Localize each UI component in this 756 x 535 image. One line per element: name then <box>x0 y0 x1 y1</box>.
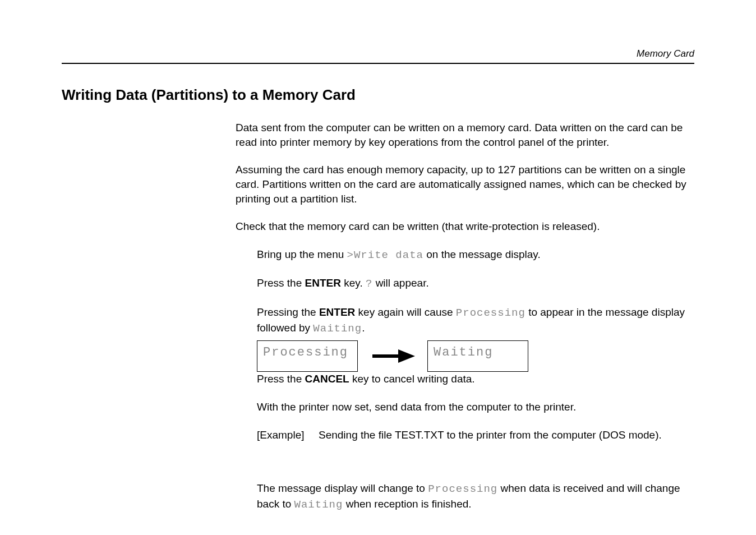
lcd-question: ? <box>366 278 372 290</box>
section-title: Writing Data (Partitions) to a Memory Ca… <box>62 86 694 104</box>
header-rule <box>62 63 694 64</box>
step-4-pre: Press the <box>257 373 305 385</box>
cancel-key-label: CANCEL <box>305 373 349 385</box>
step-6-post: when reception is finished. <box>343 498 471 510</box>
paragraph-3: Check that the memory card can be writte… <box>236 219 694 234</box>
example-label: [Example] <box>257 428 319 442</box>
lcd-waiting-inline-2: Waiting <box>294 499 343 511</box>
example-text: Sending the file TEST.TXT to the printer… <box>319 428 662 442</box>
step-3: Pressing the ENTER key again will cause … <box>257 305 694 336</box>
enter-key-label-2: ENTER <box>319 306 355 318</box>
step-6-pre: The message display will change to <box>257 482 428 494</box>
lcd-processing-inline-2: Processing <box>428 483 497 495</box>
step-5: With the printer now set, send data from… <box>257 400 694 414</box>
lcd-processing-inline: Processing <box>456 307 525 319</box>
step-2-mid: key. <box>341 277 366 289</box>
enter-key-label-1: ENTER <box>305 277 341 289</box>
lcd-diagram: Processing Waiting <box>257 340 694 372</box>
svg-marker-1 <box>398 349 415 363</box>
lcd-box-processing: Processing <box>257 340 358 372</box>
step-2-pre: Press the <box>257 277 305 289</box>
step-1-post: on the message display. <box>423 248 541 260</box>
lcd-processing-text: Processing <box>263 345 348 359</box>
step-1: Bring up the menu >Write data on the mes… <box>257 247 694 263</box>
step-1-pre: Bring up the menu <box>257 248 347 260</box>
lcd-write-data: >Write data <box>347 249 423 261</box>
step-4-post: key to cancel writing data. <box>349 373 475 385</box>
step-3-period: . <box>362 322 365 334</box>
step-3-mid: key again will cause <box>355 306 456 318</box>
paragraph-1: Data sent from the computer can be writt… <box>236 121 694 149</box>
step-4: Press the CANCEL key to cancel writing d… <box>257 372 694 386</box>
step-2: Press the ENTER key. ? will appear. <box>257 276 694 292</box>
lcd-waiting-text: Waiting <box>434 345 493 359</box>
paragraph-2: Assuming the card has enough memory capa… <box>236 163 694 206</box>
header-right: Memory Card <box>62 48 694 59</box>
step-6: The message display will change to Proce… <box>257 481 694 512</box>
lcd-waiting-inline: Waiting <box>313 322 362 335</box>
step-2-post: will appear. <box>372 277 428 289</box>
arrow-icon <box>358 349 427 363</box>
example-row: [Example] Sending the file TEST.TXT to t… <box>257 428 694 442</box>
lcd-box-waiting: Waiting <box>427 340 528 372</box>
step-3-pre: Pressing the <box>257 306 319 318</box>
